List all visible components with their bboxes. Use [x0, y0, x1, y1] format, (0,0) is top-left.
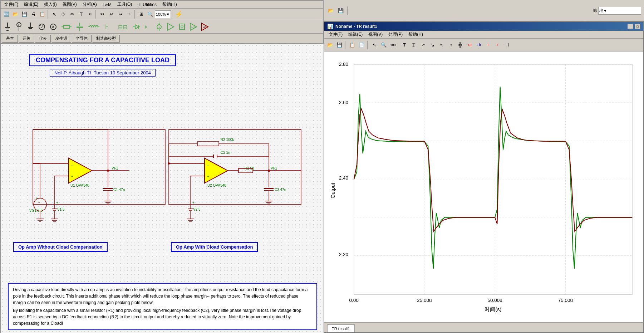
res-zoom-100[interactable]: 100: [389, 41, 397, 49]
result-menu-help[interactable]: 帮助(H): [405, 31, 426, 38]
inductor-btn[interactable]: [86, 22, 102, 32]
res-copy[interactable]: 📋: [348, 41, 357, 49]
rotate-button[interactable]: ⟳: [59, 10, 68, 19]
menu-insert[interactable]: 插入(I): [41, 1, 59, 8]
text-button[interactable]: T: [77, 10, 85, 19]
svg-text:C1 47n: C1 47n: [113, 188, 125, 192]
menu-analysis[interactable]: 分析(A): [80, 1, 100, 8]
opamp-btn[interactable]: [165, 22, 176, 32]
svg-text:+: +: [56, 201, 58, 205]
cat-source[interactable]: 发生源: [51, 35, 71, 43]
copy-button[interactable]: 📋: [38, 10, 46, 19]
opamp2-btn[interactable]: HS: [188, 22, 199, 32]
run-button[interactable]: ⚡: [174, 10, 183, 19]
res-save[interactable]: 💾: [335, 41, 344, 49]
main-menu-bar: 文件(F) 编辑(E) 插入(I) 视图(V) 分析(A) T&M 工具(O) …: [1, 1, 323, 9]
cut-button[interactable]: ✂: [98, 10, 107, 19]
bjt-btn[interactable]: ⊧: [142, 22, 153, 32]
capacitor-btn[interactable]: [74, 22, 85, 32]
svg-text:V1 5: V1 5: [57, 207, 65, 211]
zoom-in-button[interactable]: 🔍: [146, 10, 154, 19]
svg-text:HS: HS: [203, 26, 207, 29]
graph-button[interactable]: ≈: [86, 10, 94, 19]
res-paste[interactable]: 📄: [357, 41, 366, 49]
svg-rect-91: [197, 142, 219, 146]
schematic-canvas[interactable]: COMPENSATING FOR A CAPACITIVE LOAD Neil …: [1, 44, 324, 333]
source-btn[interactable]: ~: [154, 22, 164, 32]
ground-dropdown-arrow[interactable]: ▼: [603, 9, 607, 13]
menu-tm[interactable]: T&M: [100, 1, 114, 8]
vcc-btn[interactable]: +: [14, 22, 24, 32]
cat-vendor-model[interactable]: 制造商模型: [92, 35, 120, 43]
transformer-btn[interactable]: ⊟⊟: [116, 22, 130, 32]
result-titlebar-buttons: _ □: [628, 24, 640, 29]
menu-view[interactable]: 视图(V): [60, 1, 80, 8]
res-plus-a[interactable]: +a: [465, 41, 474, 49]
svg-point-36: [181, 26, 183, 28]
res-text[interactable]: T: [400, 41, 409, 49]
ammeter-btn[interactable]: A: [48, 22, 59, 32]
ground-label: 地: [593, 8, 597, 13]
menu-file[interactable]: 文件(F): [1, 1, 21, 8]
svg-rect-35: [180, 24, 185, 30]
print-button[interactable]: 🖨: [29, 10, 38, 19]
mosfet-btn[interactable]: ⊦: [102, 22, 115, 32]
res-plus-b[interactable]: +b: [475, 41, 483, 49]
res-cursor[interactable]: ↖: [370, 41, 379, 49]
plus-button[interactable]: +: [125, 10, 133, 19]
menu-help[interactable]: 帮助(H): [159, 1, 180, 8]
rt-open[interactable]: 📂: [326, 6, 335, 15]
result-menu-view[interactable]: 视图(V): [365, 31, 385, 38]
res-add-trace[interactable]: +: [484, 41, 492, 49]
save-button[interactable]: 💾: [20, 10, 29, 19]
result-menu-edit[interactable]: 编辑(E): [345, 31, 365, 38]
cat-switch[interactable]: 开关: [19, 35, 34, 43]
svg-text:25.00u: 25.00u: [417, 298, 432, 303]
res-flip[interactable]: ⊣: [502, 41, 511, 49]
open-button[interactable]: 📂: [11, 10, 20, 19]
zoom-dropdown-icon[interactable]: ▼: [166, 12, 170, 16]
diode-btn[interactable]: [131, 22, 142, 32]
meter-btn[interactable]: V: [36, 22, 47, 32]
ground-dropdown[interactable]: 地 ▼: [598, 7, 641, 15]
svg-text:+: +: [192, 201, 195, 205]
res-sep3: [398, 41, 399, 49]
cat-semiconductor[interactable]: 半导体: [72, 35, 92, 43]
zoom-dropdown[interactable]: 100% ▼: [155, 10, 171, 18]
res-circle[interactable]: ○: [447, 41, 455, 49]
opamp3-btn[interactable]: HS: [200, 22, 210, 32]
res-wave[interactable]: ∿: [437, 41, 446, 49]
ground-btn[interactable]: [2, 22, 13, 32]
cat-instrument[interactable]: 仪表: [35, 35, 51, 43]
grid-button[interactable]: ⊞: [137, 10, 146, 19]
new-button[interactable]: 🆕: [2, 10, 11, 19]
ic-btn[interactable]: [177, 22, 187, 32]
result-tab-bar: TR result1: [324, 322, 643, 332]
res-open[interactable]: 📂: [326, 41, 334, 49]
res-cursor2[interactable]: ⌶: [409, 41, 418, 49]
gnd2-btn[interactable]: [25, 22, 36, 32]
menu-edit[interactable]: 编辑(E): [21, 1, 41, 8]
res-line[interactable]: ↗: [419, 41, 427, 49]
result-menu-file[interactable]: 文件(F): [326, 31, 345, 38]
tab-tr-result1[interactable]: TR result1: [327, 324, 355, 332]
wire-button[interactable]: ✏: [68, 10, 77, 19]
res-add-red[interactable]: +: [493, 41, 502, 49]
maximize-button[interactable]: □: [635, 24, 640, 29]
res-zoom-in[interactable]: 🔍: [379, 41, 388, 49]
cat-basic[interactable]: 基本: [2, 35, 18, 43]
resistor-btn[interactable]: [59, 22, 74, 32]
res-arrow[interactable]: ↘: [428, 41, 437, 49]
res-cross[interactable]: ╬: [456, 41, 464, 49]
select-button[interactable]: ↖: [50, 10, 59, 19]
minimize-button[interactable]: _: [628, 24, 633, 29]
rt-save[interactable]: 💾: [336, 6, 345, 15]
menu-ti-utilities[interactable]: TI Utilities: [135, 1, 159, 8]
result-menu-process[interactable]: 处理(P): [385, 31, 405, 38]
menu-tools[interactable]: 工具(O): [114, 1, 135, 8]
svg-text:C3 47n: C3 47n: [275, 188, 286, 192]
label-no-compensation: Op Amp Without Cload Compensation: [13, 242, 108, 252]
result-window-icon: 📊: [327, 24, 333, 29]
undo-button[interactable]: ↩: [107, 10, 115, 19]
redo-button[interactable]: ↪: [116, 10, 124, 19]
